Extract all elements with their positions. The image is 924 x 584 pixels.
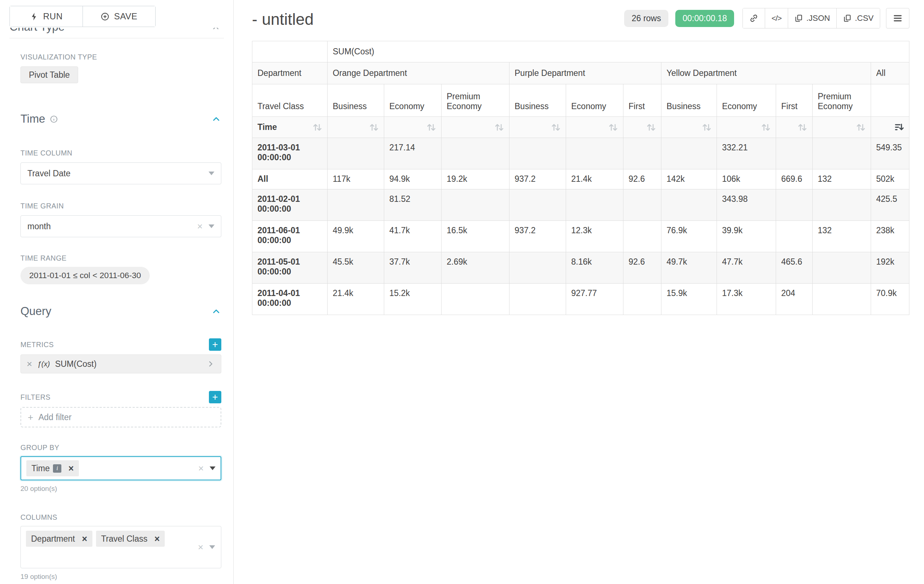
value-cell: 39.9k [717, 221, 776, 252]
column-header-cell: Business [328, 84, 384, 117]
column-header-cell: Economy [717, 84, 776, 117]
value-cell [776, 138, 813, 169]
value-cell [566, 138, 624, 169]
value-cell [566, 189, 624, 221]
pill-label: Time [31, 464, 50, 474]
save-button[interactable]: SAVE [82, 6, 155, 26]
pill-remove-icon[interactable]: × [64, 463, 78, 474]
time-grain-select[interactable]: month × [20, 216, 221, 237]
columns-select[interactable]: Department×Travel Class× × [20, 526, 221, 568]
value-cell: 927.77 [566, 284, 624, 315]
time-range-value[interactable]: 2011-01-01 ≤ col < 2011-06-30 [20, 267, 150, 285]
value-cell: 142k [662, 169, 717, 189]
column-header-cell: Business [510, 84, 566, 117]
value-cell [328, 189, 384, 221]
column-header-cell [871, 84, 909, 117]
dropdown-caret-icon [208, 171, 214, 175]
sort-icon[interactable] [551, 123, 561, 132]
export-json-button[interactable]: .JSON [788, 8, 837, 28]
group-header-cell: Purple Department [510, 63, 662, 84]
metric-item[interactable]: × ƒ(x) SUM(Cost) [20, 354, 221, 373]
share-link-button[interactable] [743, 8, 765, 28]
value-cell: 76.9k [662, 221, 717, 252]
clear-icon[interactable]: × [197, 222, 203, 231]
row-count-badge: 26 rows [624, 10, 668, 27]
metric-expand-icon[interactable] [206, 360, 215, 368]
selected-option-pill[interactable]: Timei× [26, 460, 79, 476]
sort-cell [776, 117, 813, 138]
menu-button[interactable] [886, 8, 909, 28]
value-cell: 217.14 [384, 138, 442, 169]
pill-remove-icon[interactable]: × [151, 534, 163, 544]
time-column-value: Travel Date [27, 169, 208, 178]
value-cell: 425.5 [871, 189, 909, 221]
time-label: Time [257, 122, 277, 132]
query-collapse-icon[interactable] [211, 306, 221, 316]
column-group-row: DepartmentOrange DepartmentPurple Depart… [252, 63, 909, 84]
sort-icon[interactable] [798, 123, 807, 132]
section-divider [10, 38, 224, 38]
add-filter-plus-button[interactable]: + [209, 391, 221, 403]
code-icon: </> [771, 14, 781, 23]
time-collapse-icon[interactable] [211, 114, 221, 124]
time-column-select[interactable]: Travel Date [20, 163, 221, 184]
sort-icon[interactable] [313, 123, 322, 132]
value-cell: 937.2 [510, 169, 566, 189]
add-filter-label: Add filter [38, 413, 72, 422]
sort-icon[interactable] [702, 123, 711, 132]
sort-icon[interactable] [495, 123, 504, 132]
chart-title: - untitled [252, 10, 314, 28]
sort-icon[interactable] [856, 123, 866, 132]
columns-pills: Department×Travel Class× [26, 531, 216, 547]
column-header-cell: Premium Economy [442, 84, 510, 117]
clear-icon[interactable]: × [198, 464, 204, 473]
selected-option-pill[interactable]: Travel Class× [96, 531, 165, 547]
table-row: 2011-05-01 00:00:0045.5k37.7k2.69k8.16k9… [252, 252, 909, 284]
row-label-cell: 2011-04-01 00:00:00 [252, 284, 328, 315]
sort-icon[interactable] [647, 123, 656, 132]
sort-icon[interactable] [369, 123, 379, 132]
value-cell: 8.16k [566, 252, 624, 284]
control-panel: RUN SAVE Chart Type VISUALIZATION TYPE P… [0, 0, 234, 584]
value-cell [442, 138, 510, 169]
pill-remove-icon[interactable]: × [78, 534, 91, 544]
visualization-type-value[interactable]: Pivot Table [20, 66, 78, 83]
value-cell: 669.6 [776, 169, 813, 189]
value-cell: 45.5k [328, 252, 384, 284]
sort-icon[interactable] [609, 123, 618, 132]
filters-label: FILTERS [20, 393, 50, 401]
export-csv-button[interactable]: .CSV [837, 8, 880, 28]
chart-type-collapse-icon[interactable] [211, 28, 220, 32]
group-by-select[interactable]: Timei× × [20, 456, 221, 480]
run-button[interactable]: RUN [10, 6, 82, 26]
add-filter-button[interactable]: + Add filter [20, 407, 221, 428]
query-section-title: Query [20, 305, 51, 318]
remove-metric-icon[interactable]: × [26, 359, 32, 368]
sort-cell [871, 117, 909, 138]
value-cell [510, 138, 566, 169]
columns-label: COLUMNS [20, 513, 221, 521]
sort-icon[interactable] [761, 123, 771, 132]
value-cell: 17.3k [717, 284, 776, 315]
sort-icon[interactable] [427, 123, 436, 132]
value-cell [813, 138, 871, 169]
selected-option-pill[interactable]: Department× [26, 531, 92, 547]
clear-icon[interactable]: × [198, 542, 203, 552]
metric-header-row: SUM(Cost) [252, 41, 909, 63]
query-timer-badge: 00:00:00.18 [675, 10, 734, 27]
value-cell: 94.9k [384, 169, 442, 189]
embed-code-button[interactable]: </> [765, 8, 787, 28]
sort-descending-active-icon[interactable] [894, 122, 904, 132]
value-cell: 117k [328, 169, 384, 189]
group-header-cell: All [871, 63, 909, 84]
add-metric-button[interactable]: + [209, 338, 221, 351]
value-cell: 92.6 [624, 252, 662, 284]
query-section-header: Query [20, 305, 221, 318]
value-cell: 2.69k [442, 252, 510, 284]
chart-type-heading: Chart Type [10, 28, 64, 34]
group-by-pills: Timei× [26, 460, 79, 476]
value-cell: 81.52 [384, 189, 442, 221]
value-cell: 15.9k [662, 284, 717, 315]
time-column-label: TIME COLUMN [20, 149, 221, 157]
chart-type-section-header: Chart Type [10, 28, 224, 36]
